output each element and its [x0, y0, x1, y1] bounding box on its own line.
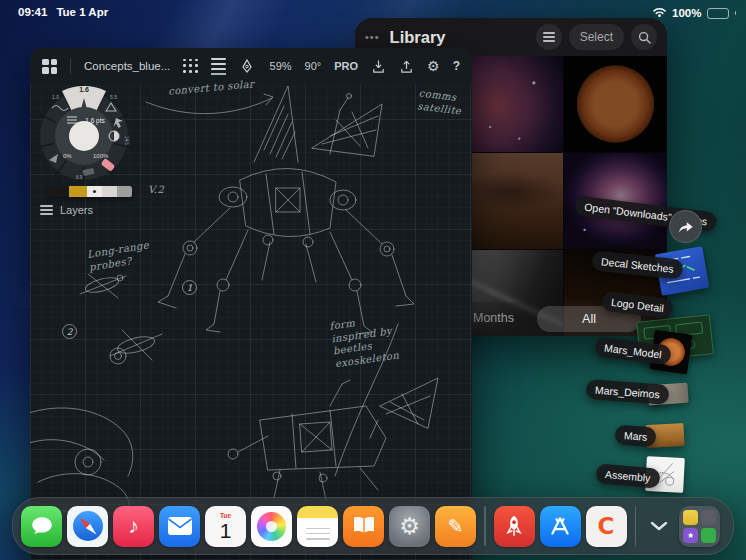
swatch-black[interactable]: [48, 186, 69, 197]
dock-books-icon[interactable]: [343, 506, 384, 547]
gallery-grid-icon[interactable]: [42, 59, 57, 74]
dock-appstore-icon[interactable]: [540, 506, 581, 547]
swatch-white-selected[interactable]: [87, 186, 102, 197]
dock-messages-icon[interactable]: [21, 506, 62, 547]
color-palette-strip[interactable]: [48, 186, 132, 197]
swatch-gold[interactable]: [69, 186, 87, 197]
chevron-down-icon: [650, 521, 668, 531]
battery-percent: 100%: [672, 7, 701, 19]
dock-mail-icon[interactable]: [159, 506, 200, 547]
dock-safari-icon[interactable]: [67, 506, 108, 547]
dock-divider: [635, 506, 637, 546]
sketch-marker-2: 2: [62, 324, 77, 339]
search-button[interactable]: [631, 24, 657, 50]
color-well[interactable]: [69, 121, 99, 151]
dock-divider: [484, 506, 486, 546]
pen-glyph: ✎: [448, 515, 464, 538]
window-controls-icon[interactable]: •••: [365, 31, 380, 43]
sketch-main-rover: [158, 86, 414, 334]
drag-item-mars[interactable]: Mars: [614, 425, 657, 448]
dock-music-icon[interactable]: ♪: [113, 506, 154, 547]
settings-gear-icon[interactable]: ⚙: [427, 59, 440, 73]
ring-size-4: 6.9: [76, 175, 83, 180]
swatch-gray[interactable]: [117, 186, 132, 197]
dock: ♪ Tue 1 ⚙ ✎ C ★: [12, 497, 734, 555]
search-icon: [638, 31, 651, 44]
zoom-level[interactable]: 59%: [270, 60, 292, 72]
dock-notes-icon[interactable]: [297, 506, 338, 547]
sketch-marker-1: 1: [182, 280, 197, 295]
dock-photos-icon[interactable]: [251, 506, 292, 547]
wifi-icon: [652, 6, 667, 20]
menu-lines-icon: [543, 32, 555, 42]
toolbar-divider: [70, 59, 71, 74]
app-library-grid: ★: [683, 510, 716, 543]
tool-wheel[interactable]: 1.6 1.0 5.5 14.5 6.9 1.6 pts 0% 100%: [36, 78, 132, 182]
status-bar: 09:41 Tue 1 Apr 100%: [0, 4, 746, 22]
view-options-button[interactable]: [536, 24, 562, 50]
calendar-day: 1: [220, 520, 232, 542]
dock-pages-icon[interactable]: ✎: [435, 506, 476, 547]
layers-icon: [40, 205, 53, 215]
layers-button[interactable]: Layers: [40, 204, 93, 216]
tab-months[interactable]: Months: [473, 311, 514, 325]
dock-settings-icon[interactable]: ⚙: [389, 506, 430, 547]
ipad-screen: 09:41 Tue 1 Apr 100% ••• Library Select: [0, 0, 746, 560]
ring-size-1: 1.0: [52, 94, 59, 100]
battery-nub: [735, 11, 737, 15]
ring-size-3: 14.5: [124, 136, 129, 145]
opacity-max: 100%: [93, 153, 109, 159]
active-tool-size: 1.6: [79, 86, 89, 93]
help-button[interactable]: ?: [453, 59, 460, 73]
menu-hamburger-icon[interactable]: [211, 58, 226, 75]
canvas-angle[interactable]: 90°: [305, 60, 322, 72]
pen-nib-icon[interactable]: [239, 58, 255, 74]
dock-calendar-icon[interactable]: Tue 1: [205, 506, 246, 547]
sketch-probes: [80, 274, 162, 364]
pro-badge[interactable]: PRO: [334, 60, 358, 72]
dock-concepts-icon[interactable]: C: [586, 506, 627, 547]
concepts-c-glyph: C: [598, 513, 615, 539]
date: Tue 1 Apr: [56, 6, 108, 18]
forward-arrow-icon: [677, 219, 694, 234]
note-comms-satellite: comms satellite: [417, 87, 464, 117]
swatch-light-gray[interactable]: [102, 186, 117, 197]
sketch-lower-rover: [228, 378, 438, 500]
document-title[interactable]: Concepts_blue...: [84, 60, 170, 72]
import-icon[interactable]: [371, 59, 386, 74]
note-form-inspired: form inspired by beetles exoskeleton: [329, 312, 400, 371]
gear-glyph: ⚙: [399, 513, 420, 540]
clock: 09:41: [18, 6, 47, 18]
concepts-window: Concepts_blue... 59% 90° PRO ⚙ ?: [30, 48, 472, 560]
selected-swatch-dot: [93, 190, 96, 193]
dock-rocket-app-icon[interactable]: [494, 506, 535, 547]
ring-size-2: 5.5: [110, 94, 117, 100]
select-button[interactable]: Select: [569, 24, 624, 50]
dot-grid-icon[interactable]: [183, 59, 198, 74]
battery-icon: [707, 8, 729, 19]
dock-collapse-chevron[interactable]: [644, 506, 674, 546]
export-icon[interactable]: [399, 59, 414, 74]
note-version: V.2: [148, 184, 164, 197]
layers-label: Layers: [60, 204, 93, 216]
drag-share-arrow-button[interactable]: [669, 210, 702, 243]
music-note-glyph: ♪: [128, 514, 139, 538]
photos-flower-glyph: [257, 512, 286, 541]
dock-app-library-icon[interactable]: ★: [679, 506, 720, 547]
opacity-min: 0%: [63, 153, 72, 159]
photos-title: Library: [390, 28, 446, 47]
